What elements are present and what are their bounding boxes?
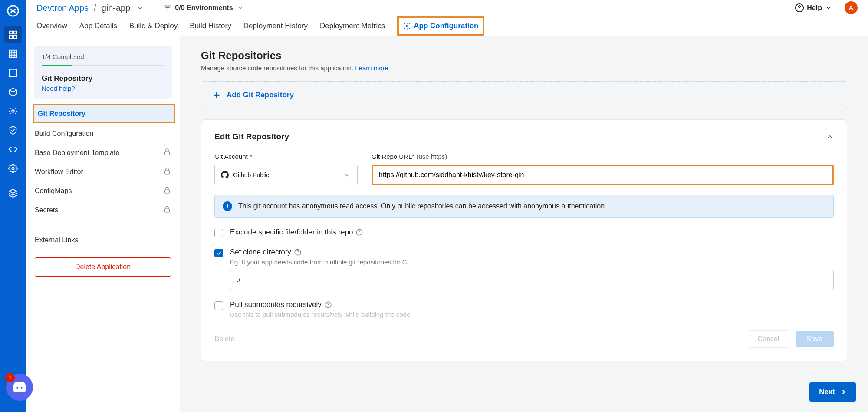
rail-divider [7,181,19,181]
tab-app-details[interactable]: App Details [79,16,117,36]
next-button[interactable]: Next [809,382,856,402]
sidenav-label: Base Deployment Template [35,149,119,157]
sidenav-label: Workflow Editor [35,168,83,176]
help-button[interactable]: Help [795,3,832,13]
lock-icon [163,148,171,158]
clone-directory-desc: Eg. If your app needs code from multiple… [230,258,834,266]
plus-icon [212,90,221,100]
page-title: Git Repositories [201,49,847,62]
rail-stack-icon[interactable] [4,185,22,202]
breadcrumb-separator: / [94,3,96,13]
progress-count: 1/4 Completed [42,53,164,60]
rail-code-icon[interactable] [4,141,22,158]
svg-rect-13 [165,190,170,193]
progress-card: 1/4 Completed Git Repository Need help? [34,46,172,99]
pull-submodules-checkbox[interactable] [214,301,223,310]
environment-filter[interactable]: 0/0 Environments [164,4,244,12]
cancel-button[interactable]: Cancel [748,330,789,348]
help-icon[interactable] [324,301,332,309]
sidenav-external-links[interactable]: External Links [26,231,180,250]
page-subtitle-text: Manage source code repositories for this… [201,64,355,72]
sidenav-configmaps[interactable]: ConfigMaps [26,181,180,201]
tab-deployment-history[interactable]: Deployment History [243,16,308,36]
clone-directory-input[interactable] [230,270,834,290]
chevron-down-icon[interactable] [136,4,144,12]
exclude-files-label: Exclude specific file/folder in this rep… [230,228,363,237]
rail-settings-icon[interactable] [4,160,22,177]
git-account-value: Github Public [233,171,269,178]
need-help-link[interactable]: Need help? [42,85,164,92]
rail-grid-icon[interactable] [4,45,22,63]
main-content: Git Repositories Manage source code repo… [180,36,868,412]
rail-layout-icon[interactable] [4,64,22,82]
svg-rect-2 [14,31,16,34]
add-repo-label: Add Git Repository [227,91,294,99]
breadcrumb-group[interactable]: Devtron Apps [36,3,89,13]
chevron-down-icon [825,4,832,12]
pull-submodules-label: Pull submodules recursively [230,300,410,309]
chevron-down-icon [343,171,351,179]
svg-rect-12 [165,171,170,174]
svg-rect-3 [10,36,12,38]
rail-shield-icon[interactable] [4,122,22,139]
info-icon: i [223,201,232,211]
left-nav-rail: 1 [0,0,26,412]
git-account-select[interactable]: Github Public [214,165,358,185]
svg-point-10 [406,25,408,27]
next-label: Next [819,388,835,396]
card-title: Edit Git Repository [214,132,289,142]
learn-more-link[interactable]: Learn more [355,64,388,72]
svg-rect-14 [165,209,170,212]
chevron-up-icon[interactable] [826,133,834,141]
svg-rect-5 [10,50,17,58]
clone-directory-checkbox[interactable] [214,249,223,257]
gear-icon [403,22,411,30]
help-label: Help [807,4,822,12]
exclude-files-checkbox[interactable] [214,229,223,237]
sidenav-build-configuration[interactable]: Build Configuration [26,124,180,143]
add-git-repository-button[interactable]: Add Git Repository [201,81,847,109]
sidenav-label: Secrets [35,206,58,214]
tab-build-deploy[interactable]: Build & Deploy [129,16,178,36]
edit-git-repo-card: Edit Git Repository Git Account * Github… [201,119,847,361]
sidenav-base-deployment-template[interactable]: Base Deployment Template [26,143,180,162]
env-filter-label: 0/0 Environments [175,4,233,12]
clone-directory-label: Set clone directory [230,248,834,257]
lock-icon [163,205,171,215]
git-repo-url-input[interactable] [372,165,834,185]
svg-point-7 [12,110,14,112]
progress-title: Git Repository [42,74,164,83]
tab-overview[interactable]: Overview [36,16,67,36]
delete-application-button[interactable]: Delete Application [35,257,171,277]
devtron-logo [6,3,20,18]
sidenav-divider [35,225,171,225]
save-button[interactable]: Save [796,331,834,347]
sidenav-workflow-editor[interactable]: Workflow Editor [26,162,180,181]
lock-icon [163,186,171,196]
discord-button[interactable]: 1 [6,374,33,401]
page-subtitle: Manage source code repositories for this… [201,64,847,72]
config-side-panel: 1/4 Completed Git Repository Need help? … [26,36,180,412]
delete-repo-button[interactable]: Delete [214,335,234,343]
help-icon[interactable] [355,228,363,236]
tab-build-history[interactable]: Build History [190,16,231,36]
breadcrumb-app: gin-app [102,3,131,13]
svg-rect-4 [14,36,16,38]
sidenav-git-repository[interactable]: Git Repository [33,104,175,123]
svg-rect-1 [10,31,12,34]
rail-gear-icon[interactable] [4,102,22,120]
git-url-label: Git Repo URL* (use https) [372,153,834,160]
user-avatar[interactable]: A [845,1,858,14]
info-banner: i This git account has anonymous read ac… [214,195,834,218]
lock-icon [163,167,171,177]
tab-label: App Configuration [414,22,478,30]
divider [154,3,154,13]
rail-cube-icon[interactable] [4,83,22,101]
tab-app-configuration[interactable]: App Configuration [397,16,484,36]
rail-apps-icon[interactable] [4,26,22,43]
tab-deployment-metrics[interactable]: Deployment Metrics [320,16,385,36]
sidenav-secrets[interactable]: Secrets [26,201,180,220]
info-message: This git account has anonymous read acce… [238,202,606,210]
fade-overlay [180,364,868,412]
help-icon[interactable] [294,248,302,256]
